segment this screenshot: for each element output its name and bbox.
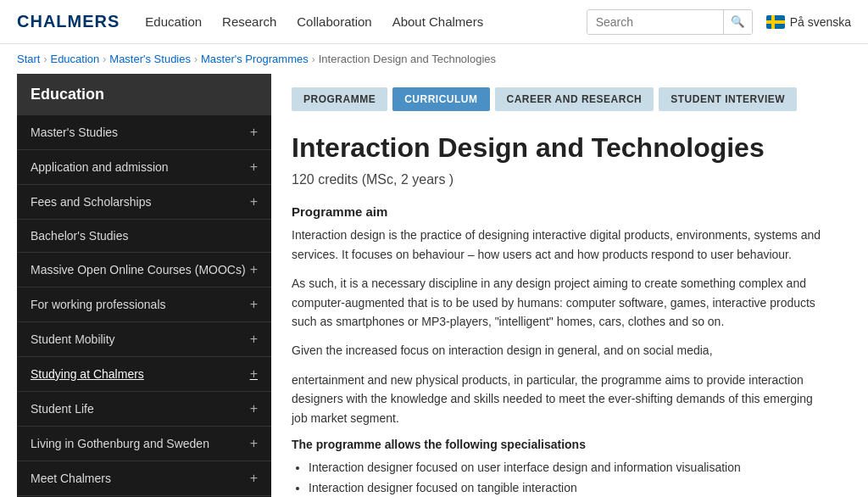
sidebar-item-2[interactable]: Fees and Scholarships+ <box>17 185 271 220</box>
breadcrumb-programmes[interactable]: Master's Programmes <box>201 53 309 65</box>
breadcrumb-sep-3: › <box>194 53 198 65</box>
breadcrumb-start[interactable]: Start <box>17 53 40 65</box>
sidebar-item-plus-9[interactable]: + <box>250 436 258 451</box>
tab-student-interview[interactable]: STUDENT INTERVIEW <box>659 87 797 111</box>
sidebar-item-plus-2[interactable]: + <box>250 194 258 209</box>
sidebar-item-label-8: Student Life <box>31 402 94 416</box>
credits-line: 120 credits (MSc, 2 years ) <box>292 172 831 187</box>
sidebar-item-10[interactable]: Meet Chalmers+ <box>17 461 271 496</box>
sidebar-title: Education <box>17 74 271 115</box>
breadcrumb-sep-1: › <box>43 53 47 65</box>
sidebar-item-0[interactable]: Master's Studies+ <box>17 115 271 150</box>
breadcrumb-masters[interactable]: Master's Studies <box>109 53 191 65</box>
para-3: Given the increased focus on interaction… <box>292 341 831 360</box>
specialisations-heading: The programme allows the following speci… <box>292 438 831 451</box>
sidebar-item-plus-5[interactable]: + <box>250 297 258 312</box>
sidebar-item-label-3: Bachelor's Studies <box>31 229 129 243</box>
sidebar-item-plus-8[interactable]: + <box>250 401 258 416</box>
sidebar-item-1[interactable]: Application and admission+ <box>17 150 271 185</box>
programme-aim-heading: Programme aim <box>292 204 831 219</box>
sidebar-items: Master's Studies+Application and admissi… <box>17 115 271 497</box>
sidebar-item-6[interactable]: Student Mobility+ <box>17 322 271 357</box>
sidebar-item-label-4: Massive Open Online Courses (MOOCs) <box>31 263 246 276</box>
sidebar-item-plus-0[interactable]: + <box>250 125 258 140</box>
breadcrumb-sep-2: › <box>103 53 106 65</box>
breadcrumb-education[interactable]: Education <box>50 53 99 65</box>
sidebar-item-5[interactable]: For working professionals+ <box>17 288 271 322</box>
nav-education[interactable]: Education <box>145 14 202 29</box>
nav-collaboration[interactable]: Collaboration <box>297 14 371 29</box>
search-box: 🔍 <box>587 9 753 35</box>
site-logo[interactable]: CHALMERS <box>17 12 120 31</box>
content-tabs: PROGRAMMECURRICULUMCAREER AND RESEARCHST… <box>292 87 831 111</box>
sidebar-item-label-6: Student Mobility <box>31 332 115 346</box>
specialisations-list: Interaction designer focused on user int… <box>309 458 831 497</box>
sidebar-item-plus-1[interactable]: + <box>250 159 258 175</box>
page-title: Interaction Design and Technologies <box>292 131 831 164</box>
language-switcher[interactable]: På svenska <box>766 15 851 29</box>
top-navigation: CHALMERS Education Research Collaboratio… <box>0 0 868 44</box>
sidebar-item-label-7: Studying at Chalmers <box>31 367 144 381</box>
sidebar-item-label-5: For working professionals <box>31 298 166 311</box>
breadcrumb-current: Interaction Design and Technologies <box>319 53 496 65</box>
specialisation-item-1: Interaction designer focused on tangible… <box>309 478 831 497</box>
sidebar-item-4[interactable]: Massive Open Online Courses (MOOCs)+ <box>17 253 271 288</box>
nav-links: Education Research Collaboration About C… <box>145 14 586 29</box>
main-content: PROGRAMMECURRICULUMCAREER AND RESEARCHST… <box>271 74 851 497</box>
sidebar-item-label-2: Fees and Scholarships <box>31 195 151 209</box>
sidebar-item-3[interactable]: Bachelor's Studies <box>17 220 271 253</box>
para-2: As such, it is a necessary discipline in… <box>292 274 831 331</box>
lang-label: På svenska <box>790 15 851 29</box>
nav-about[interactable]: About Chalmers <box>392 14 484 29</box>
sidebar-item-label-0: Master's Studies <box>31 126 118 139</box>
sidebar-item-8[interactable]: Student Life+ <box>17 392 271 427</box>
nav-right: 🔍 På svenska <box>587 9 851 35</box>
sidebar-item-9[interactable]: Living in Gothenburg and Sweden+ <box>17 427 271 461</box>
tab-career-and-research[interactable]: CAREER AND RESEARCH <box>495 87 654 111</box>
sidebar-item-label-9: Living in Gothenburg and Sweden <box>31 437 209 450</box>
tab-programme[interactable]: PROGRAMME <box>292 87 387 111</box>
para-4: entertainment and new physical products,… <box>292 371 831 427</box>
search-input[interactable] <box>587 10 723 34</box>
breadcrumb: Start › Education › Master's Studies › M… <box>0 44 868 74</box>
sidebar-item-plus-4[interactable]: + <box>250 262 258 277</box>
search-button[interactable]: 🔍 <box>723 10 752 34</box>
main-layout: Education Master's Studies+Application a… <box>0 74 868 497</box>
breadcrumb-sep-4: › <box>312 53 315 65</box>
sidebar-item-plus-7[interactable]: + <box>250 366 258 382</box>
sidebar-item-label-1: Application and admission <box>31 160 169 174</box>
sidebar-item-7[interactable]: Studying at Chalmers+ <box>17 357 271 392</box>
sidebar-item-label-10: Meet Chalmers <box>31 472 111 485</box>
tab-curriculum[interactable]: CURRICULUM <box>392 87 489 111</box>
sweden-flag-icon <box>766 15 785 29</box>
sidebar-item-plus-10[interactable]: + <box>250 471 258 486</box>
sidebar: Education Master's Studies+Application a… <box>17 74 271 497</box>
para-1: Interaction design is the practice of de… <box>292 226 831 264</box>
sidebar-item-plus-6[interactable]: + <box>250 332 258 347</box>
specialisation-item-0: Interaction designer focused on user int… <box>309 458 831 478</box>
nav-research[interactable]: Research <box>222 14 276 29</box>
